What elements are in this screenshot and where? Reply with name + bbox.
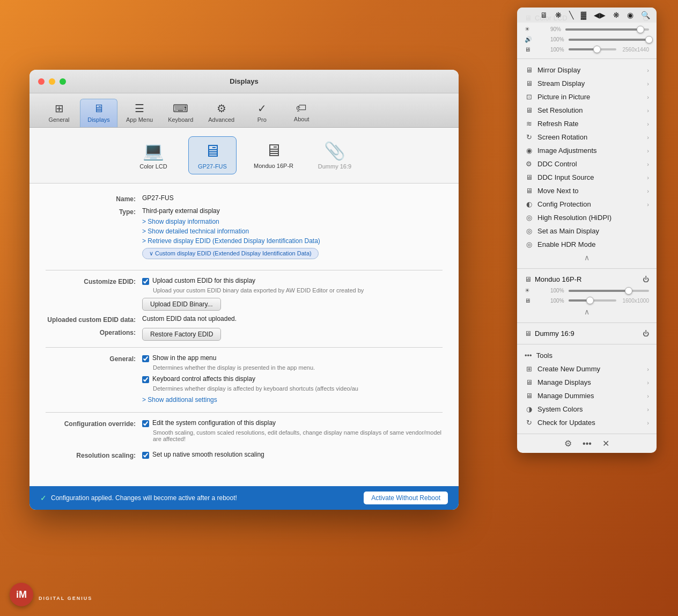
menubar-dropbox-icon[interactable]: ❋ [555,11,562,19]
manage-displays-label: Manage Displays [537,378,591,386]
display-option-gp27[interactable]: 🖥 GP27-FUS [188,136,237,174]
tab-pro-label: Pro [257,116,267,123]
tab-displays[interactable]: 🖥 Displays [80,99,117,127]
edit-config-label: Edit the system configuration of this di… [152,419,276,427]
menu-image-adjustments[interactable]: ◉ Image Adjustments › [517,144,657,157]
menu-manage-displays[interactable]: 🖥 Manage Displays › [517,376,657,389]
status-bar: ✓ Configuration applied. Changes will be… [30,486,459,510]
ddc-chevron: › [647,161,649,167]
menu-system-colors[interactable]: ◑ System Colors › [517,402,657,416]
menu-mirror-display[interactable]: 🖥 Mirror Display › [517,63,657,77]
refresh-rate-icon: ≋ [525,120,533,128]
keyboard-control-label: Keyboard control affects this display [152,375,255,383]
tab-app-menu-label: App Menu [126,116,153,123]
rotation-icon: ↻ [525,133,533,141]
activate-without-reboot-btn[interactable]: Activate Without Reboot [364,492,448,504]
resolution-slider-1[interactable] [569,48,616,50]
restore-factory-btn[interactable]: Restore Factory EDID [142,328,221,341]
tab-pro[interactable]: ✓ Pro [243,99,281,127]
menu-refresh-rate[interactable]: ≋ Refresh Rate › [517,117,657,130]
maximize-button[interactable] [60,78,66,85]
monduo-power-icon[interactable]: ⏻ [643,276,649,283]
menu-config-protection[interactable]: ◐ Config Protection › [517,197,657,211]
edit-config-checkbox[interactable] [142,420,149,427]
display-option-dummy[interactable]: 📎 Dummy 16:9 [311,136,359,174]
about-icon: 🏷 [296,102,307,114]
tab-displays-label: Displays [87,116,110,123]
check-updates-label: Check for Updates [537,419,595,427]
menu-rotation-left: ↻ Screen Rotation [525,133,587,141]
menu-ddc-input[interactable]: 🖥 DDC Input Source › [517,171,657,184]
menu-resolution-left: 🖥 Set Resolution [525,106,583,114]
menubar-bluetooth-icon[interactable]: ❋ [613,11,620,19]
more-bottom-btn[interactable]: ••• [583,438,592,449]
upload-edid-btn[interactable]: Upload EDID Binary... [142,298,221,311]
show-app-menu-row: Show in the app menu [142,354,358,362]
menu-check-updates[interactable]: ↻ Check for Updates › [517,416,657,429]
displays-icon: 🖥 [93,102,104,115]
system-colors-icon: ◑ [525,405,533,413]
menu-ddc-control[interactable]: ⚙ DDC Control › [517,157,657,171]
tab-about[interactable]: 🏷 About [283,99,320,127]
display-option-color-lcd[interactable]: 💻 Color LCD [129,136,178,174]
tab-advanced[interactable]: ⚙ Advanced [202,99,241,127]
menu-manage-dummies[interactable]: 🖥 Manage Dummies › [517,389,657,402]
resolution-chevron: › [647,107,649,114]
upload-edid-checkbox[interactable] [142,278,149,285]
collapse-gp27[interactable]: ∧ [517,251,657,264]
menubar-battery-icon[interactable]: ▓ [581,11,586,19]
menubar-wifi-icon[interactable]: ◉ [627,11,633,19]
menu-set-main[interactable]: ◎ Set as Main Display [517,224,657,238]
tab-general[interactable]: ⊞ General [40,99,78,127]
uploaded-edid-label: Uploaded custom EDID data: [46,315,142,324]
display-option-monduo[interactable]: 🖥 Monduo 16P-R [247,136,300,174]
retrieve-edid-link[interactable]: Retrieve display EDID (Extended Display … [142,237,320,245]
show-technical-link[interactable]: Show detailed technical information [142,228,320,235]
dropdown-tools-section: ••• Tools ⊞ Create New Dummy › 🖥 Manage … [517,344,657,434]
tab-advanced-label: Advanced [208,116,234,123]
dummy-power-icon[interactable]: ⏻ [643,330,649,338]
show-app-menu-checkbox[interactable] [142,355,149,362]
hidpi-icon: ◎ [525,214,533,222]
advanced-icon: ⚙ [217,102,226,115]
menu-create-dummy[interactable]: ⊞ Create New Dummy › [517,362,657,376]
show-info-link[interactable]: Show display information [142,218,320,225]
menubar-search-icon[interactable]: 🔍 [641,11,650,19]
menubar-display-icon[interactable]: 🖥 [540,11,548,19]
tab-app-menu[interactable]: ☰ App Menu [120,99,159,127]
monduo-resolution-slider[interactable] [569,299,616,302]
menu-set-resolution[interactable]: 🖥 Set Resolution › [517,104,657,117]
stream-chevron: › [647,80,649,87]
resolution-scaling-checkbox[interactable] [142,452,149,459]
menu-enable-hdr[interactable]: ◎ Enable HDR Mode [517,238,657,251]
menu-stream-display[interactable]: 🖥 Stream Display › [517,77,657,90]
show-app-menu-label: Show in the app menu [152,354,216,362]
menu-move-next[interactable]: 🖥 Move Next to › [517,184,657,197]
manage-dummies-icon: 🖥 [525,392,533,400]
create-dummy-chevron: › [647,366,649,372]
menubar-volume-icon[interactable]: ◀▶ [594,11,606,19]
collapse-monduo[interactable]: ∧ [517,305,657,318]
settings-bottom-btn[interactable]: ⚙ [564,438,572,449]
brightness-slider-1[interactable] [565,28,649,31]
menubar: 🖥 ❋ ╲ ▓ ◀▶ ❋ ◉ 🔍 [517,8,657,23]
stream-display-label: Stream Display [537,79,585,87]
color-lcd-brightness-row: ☀ 90% [517,24,657,34]
upload-edid-label: Upload custom EDID for this display [152,277,255,284]
close-bottom-btn[interactable]: ✕ [602,438,609,449]
menu-screen-rotation[interactable]: ↻ Screen Rotation › [517,130,657,144]
custom-edid-pill[interactable]: Custom display EDID (Extended Display Id… [142,248,319,259]
dropdown-monduo-section: 🖥 Monduo 16P-R ⏻ ☀ 100% 🖥 100% 1600x1000… [517,269,657,323]
monduo-brightness-slider[interactable] [569,290,649,292]
close-button[interactable] [38,78,45,85]
menu-pip[interactable]: ⊡ Picture in Picture › [517,90,657,104]
resolution-scaling-row: Resolution scaling: Set up native smooth… [46,451,443,461]
tab-keyboard[interactable]: ⌨ Keyboard [161,99,200,127]
volume-slider-1[interactable] [569,39,649,41]
show-additional-link[interactable]: Show additional settings [142,396,358,404]
manage-dummies-chevron: › [647,393,649,399]
keyboard-control-checkbox[interactable] [142,376,149,383]
minimize-button[interactable] [49,78,55,85]
menu-hidpi[interactable]: ◎ High Resolution (HiDPI) [517,211,657,224]
menubar-pencil-icon[interactable]: ╲ [569,11,573,19]
